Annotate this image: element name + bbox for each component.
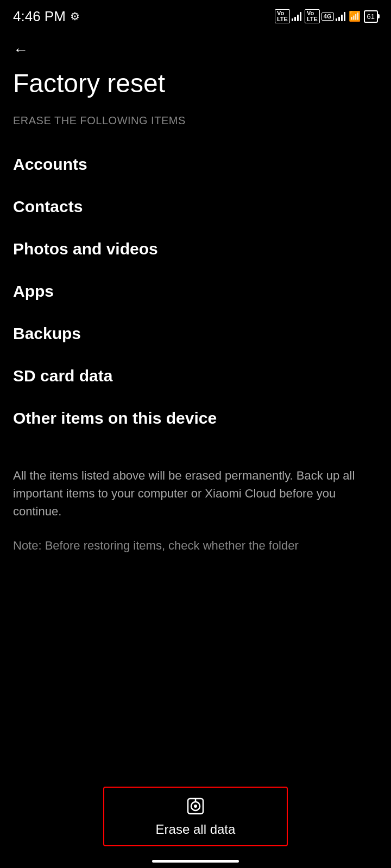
erase-button-label: Erase all data <box>156 822 236 837</box>
list-item-accounts: Accounts <box>13 143 378 186</box>
status-left: 4:46 PM ⚙ <box>13 8 80 25</box>
battery-level: 61 <box>367 12 375 21</box>
svg-point-2 <box>194 805 197 808</box>
list-item-apps: Apps <box>13 270 378 312</box>
list-item-other-items: Other items on this device <box>13 397 378 439</box>
bottom-button-container: Erase all data <box>0 787 391 846</box>
volte-badge-2: VoLTE <box>305 9 320 23</box>
list-item-sd-card: SD card data <box>13 355 378 397</box>
erase-all-data-button[interactable]: Erase all data <box>103 787 288 846</box>
status-time: 4:46 PM <box>13 8 66 25</box>
home-indicator <box>152 860 239 863</box>
list-item-backups: Backups <box>13 312 378 355</box>
warning-text: All the items listed above will be erase… <box>0 445 391 531</box>
status-right: VoLTE VoLTE 4G 📶 61 <box>275 9 378 23</box>
list-item-contacts: Contacts <box>13 186 378 228</box>
network-group-1: VoLTE <box>275 9 301 23</box>
4g-badge: 4G <box>321 12 334 21</box>
wifi-icon: 📶 <box>349 10 361 22</box>
erase-icon <box>186 796 205 818</box>
page-title: Factory reset <box>0 64 391 114</box>
back-button[interactable]: ← <box>0 30 391 64</box>
list-item-photos-videos: Photos and videos <box>13 228 378 270</box>
battery-indicator: 61 <box>364 10 378 23</box>
gear-icon: ⚙ <box>70 10 80 23</box>
erase-items-list: Accounts Contacts Photos and videos Apps… <box>0 138 391 445</box>
note-text: Note: Before restoring items, check whet… <box>0 531 391 565</box>
network-group-2: VoLTE 4G <box>305 9 345 23</box>
status-bar: 4:46 PM ⚙ VoLTE VoLTE 4G 📶 61 <box>0 0 391 30</box>
volte-badge-1: VoLTE <box>275 9 290 23</box>
signal-bars-1 <box>292 11 301 21</box>
section-header: ERASE THE FOLLOWING ITEMS <box>0 114 391 138</box>
signal-bars-2 <box>336 11 345 21</box>
